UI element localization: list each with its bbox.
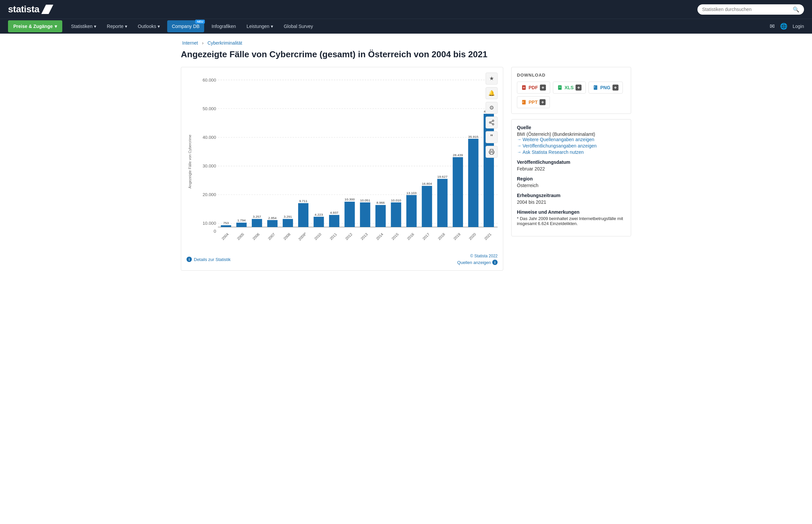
source-link-2[interactable]: Veröffentlichungsangaben anzeigen: [517, 143, 626, 148]
download-png-button[interactable]: PNG +: [588, 82, 622, 94]
svg-text:2020: 2020: [468, 232, 476, 241]
sources-link[interactable]: Quellen anzeigen i: [457, 260, 498, 265]
leistungen-nav[interactable]: Leistungen ▾: [242, 19, 278, 34]
bar-2005: [237, 223, 247, 227]
svg-text:2013: 2013: [360, 232, 368, 241]
pubdate-value: Februar 2022: [517, 166, 626, 171]
svg-text:40.000: 40.000: [202, 135, 216, 140]
region-label: Region: [517, 176, 626, 181]
svg-text:2018: 2018: [437, 232, 446, 241]
info-icon-2: i: [492, 260, 498, 265]
nav-bar: Preise & Zugänge ▾ Statistiken ▾ Reporte…: [0, 19, 812, 34]
svg-text:2007: 2007: [267, 232, 276, 241]
notes-label: Hinweise und Anmerkungen: [517, 209, 626, 215]
svg-text:2006: 2006: [252, 232, 260, 241]
png-plus: +: [613, 85, 618, 91]
download-section: DOWNLOAD PDF + XLS + PNG: [511, 67, 631, 114]
svg-text:16.804: 16.804: [422, 182, 432, 185]
svg-text:20.000: 20.000: [202, 192, 216, 197]
svg-text:10.051: 10.051: [360, 198, 370, 202]
bar-2020: [468, 139, 478, 227]
bar-2011: [329, 215, 339, 227]
settings-button[interactable]: ⚙: [486, 102, 498, 114]
svg-point-2: [489, 122, 491, 124]
infografiken-nav[interactable]: Infografiken: [207, 19, 241, 34]
globe-icon[interactable]: 🌐: [780, 23, 787, 30]
logo-text: statista: [8, 4, 39, 15]
svg-text:13.103: 13.103: [406, 191, 417, 194]
source-link-3[interactable]: Ask Statista Research nutzen: [517, 149, 626, 155]
details-link[interactable]: i Details zur Statistik: [186, 257, 231, 262]
companydb-nav[interactable]: NEU Company DB: [167, 20, 204, 32]
pubdate-block: Veröffentlichungsdatum Februar 2022: [517, 160, 626, 171]
favorite-button[interactable]: ★: [486, 72, 498, 85]
svg-text:10.300: 10.300: [345, 197, 355, 201]
download-ppt-button[interactable]: P PPT +: [517, 96, 550, 108]
statistiken-nav[interactable]: Statistiken ▾: [66, 19, 101, 34]
bar-2008: [283, 219, 293, 227]
search-input[interactable]: [702, 7, 791, 12]
download-title: DOWNLOAD: [517, 72, 626, 78]
svg-text:2010: 2010: [313, 232, 322, 241]
source-label: Quelle: [517, 125, 626, 130]
bar-2010: [314, 217, 324, 227]
region-value: Österreich: [517, 183, 626, 188]
svg-text:2019: 2019: [453, 232, 461, 241]
svg-text:2016: 2016: [406, 232, 415, 241]
quote-button[interactable]: ": [486, 131, 498, 143]
bar-2007: [267, 220, 277, 227]
print-button[interactable]: [486, 146, 498, 158]
outlooks-nav[interactable]: Outlooks ▾: [133, 19, 164, 34]
main-layout: ★ 🔔 ⚙ " Angezeigte Fälle von Cybercrime: [181, 67, 631, 271]
period-block: Erhebungszeitraum 2004 bis 2021: [517, 193, 626, 205]
download-xls-button[interactable]: XLS +: [553, 82, 586, 94]
share-button[interactable]: [486, 116, 498, 129]
region-block: Region Österreich: [517, 176, 626, 188]
preise-button[interactable]: Preise & Zugänge ▾: [8, 20, 62, 32]
bar-2006: [252, 219, 262, 227]
logo[interactable]: statista: [8, 4, 53, 15]
bar-2019: [453, 157, 463, 227]
svg-text:2021: 2021: [484, 232, 492, 241]
svg-text:0: 0: [213, 228, 216, 233]
svg-text:60.000: 60.000: [202, 77, 216, 82]
svg-text:2014: 2014: [375, 232, 384, 241]
svg-text:P: P: [523, 101, 524, 103]
copyright-text: © Statista 2022: [470, 254, 498, 258]
chart-footer: i Details zur Statistik © Statista 2022 …: [186, 254, 498, 265]
bar-2015: [391, 202, 401, 227]
breadcrumb-current[interactable]: Cyberkriminalität: [208, 40, 242, 46]
search-bar[interactable]: 🔍: [697, 4, 804, 15]
svg-text:2.854: 2.854: [268, 216, 276, 220]
svg-text:50.000: 50.000: [202, 106, 216, 111]
svg-line-4: [491, 123, 492, 124]
bar-2013: [360, 202, 370, 227]
svg-marker-0: [41, 5, 53, 14]
login-button[interactable]: Login: [793, 23, 804, 29]
info-section: Quelle BMI (Österreich) (Bundeskriminala…: [511, 119, 631, 236]
svg-text:753: 753: [223, 221, 229, 225]
period-label: Erhebungszeitraum: [517, 193, 626, 198]
info-icon: i: [186, 257, 192, 262]
globalsurvey-nav[interactable]: Global Survey: [279, 19, 318, 34]
source-link-1[interactable]: Weitere Quellenangaben anzeigen: [517, 137, 626, 142]
download-pdf-button[interactable]: PDF +: [517, 82, 550, 94]
mail-icon[interactable]: ✉: [770, 23, 775, 30]
alert-button[interactable]: 🔔: [486, 87, 498, 99]
svg-text:2005: 2005: [236, 232, 245, 241]
svg-text:2004: 2004: [221, 232, 229, 241]
pubdate-label: Veröffentlichungsdatum: [517, 160, 626, 165]
svg-text:10.010: 10.010: [391, 198, 401, 202]
svg-rect-6: [490, 152, 493, 154]
download-buttons: PDF + XLS + PNG + P PPT: [517, 82, 626, 108]
svg-text:2009*: 2009*: [297, 231, 307, 241]
y-axis-label: Angezeigte Fälle von Cybercrime: [186, 72, 193, 250]
breadcrumb-parent[interactable]: Internet: [182, 40, 198, 46]
bar-2012: [344, 202, 355, 227]
page-title: Angezeigte Fälle von Cybercrime (gesamt)…: [181, 49, 631, 60]
svg-text:19.627: 19.627: [437, 175, 448, 178]
notes-value: * Das Jahr 2009 beinhaltet zwei Internet…: [517, 216, 626, 226]
chart-wrapper: Angezeigte Fälle von Cybercrime 60.000: [186, 72, 498, 250]
reporte-nav[interactable]: Reporte ▾: [102, 19, 132, 34]
svg-rect-60: [558, 85, 562, 89]
